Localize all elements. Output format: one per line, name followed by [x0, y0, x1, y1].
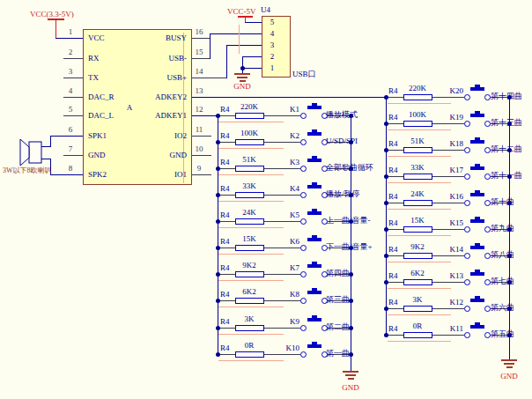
junction-dot	[216, 114, 220, 118]
ic-pin-name: USB+	[134, 73, 187, 82]
key-switch-terminal	[484, 147, 491, 153]
wire	[192, 174, 211, 175]
key-designator: K4	[273, 184, 299, 193]
wire	[63, 115, 83, 116]
key-switch-button-icon	[307, 132, 321, 136]
junction-dot	[216, 193, 220, 197]
resistor-body	[403, 226, 432, 233]
key-designator: K19	[437, 113, 463, 122]
wire	[239, 25, 240, 54]
trace-overlay-line	[388, 341, 451, 342]
trace-overlay-line	[218, 307, 284, 307]
key-designator: K16	[437, 192, 463, 201]
key-switch-button-icon	[475, 243, 480, 246]
junction-dot	[216, 299, 220, 303]
ic-pin-name: TX	[88, 73, 99, 82]
resistor-body	[403, 94, 432, 100]
key-switch-terminal	[300, 325, 307, 331]
wire	[245, 22, 262, 23]
resistor-body	[235, 192, 264, 198]
resistor-body	[403, 279, 432, 285]
key-designator: K1	[273, 105, 299, 114]
gnd-symbol-icon	[504, 363, 514, 365]
ic-pin-number: 7	[63, 144, 78, 153]
resistor-value: 33K	[232, 181, 267, 190]
key-switch-terminal	[484, 306, 491, 312]
wire	[63, 58, 83, 59]
ic-pin-name: IO2	[134, 131, 187, 140]
wire	[226, 45, 227, 78]
key-designator: K15	[437, 218, 463, 227]
resistor-body	[235, 351, 264, 358]
gnd-symbol-icon	[506, 366, 513, 368]
key-switch-button-icon	[470, 219, 484, 223]
trace-overlay-line	[218, 148, 284, 149]
speaker-icon	[18, 137, 44, 167]
usb-pin-number: 2	[264, 52, 280, 61]
key-function-label: 第十三曲	[491, 118, 522, 127]
key-switch-terminal	[464, 306, 470, 312]
resistor-ref: R4	[388, 324, 398, 333]
resistor-ref: R4	[388, 218, 398, 227]
wire	[210, 33, 262, 34]
resistor-value: 24K	[400, 189, 435, 198]
key-switch-terminal	[300, 113, 307, 119]
key-switch-terminal	[464, 332, 470, 338]
key-switch-button-icon	[312, 103, 317, 106]
resistor-value: 33K	[400, 163, 435, 172]
resistor-body	[403, 306, 432, 312]
junction-dot	[216, 219, 220, 224]
key-designator: K18	[437, 139, 463, 148]
key-designator: K5	[273, 211, 299, 219]
ic-pin-number: 16	[192, 27, 206, 36]
resistor-body	[403, 253, 432, 259]
ic-pin-number: 4	[63, 86, 78, 95]
key-switch-button-icon	[312, 182, 317, 185]
key-switch-button-icon	[307, 211, 321, 215]
trace-overlay-line	[388, 262, 451, 262]
key-switch-button-icon	[312, 262, 317, 264]
ic-pin-name: DAC_L	[88, 111, 114, 120]
key-designator: K12	[437, 298, 463, 307]
wire	[192, 78, 226, 78]
key-switch-button-icon	[312, 315, 317, 318]
junction-dot	[216, 166, 220, 171]
resistor-body	[235, 298, 264, 304]
key-switch-button-icon	[307, 106, 321, 109]
key-function-label: U/SD/SPI	[326, 137, 358, 145]
usb-connector-ref: U4	[261, 5, 270, 14]
junction-dot	[216, 246, 220, 250]
resistor-ref: R4	[220, 237, 230, 246]
ic-pin-number: 11	[192, 125, 206, 134]
resistor-body	[235, 139, 264, 145]
bank-left-gnd-label: GND	[337, 383, 364, 392]
junction-dot	[384, 148, 388, 152]
wire	[63, 97, 83, 98]
key-designator: K7	[273, 263, 299, 272]
junction-dot	[384, 227, 388, 232]
key-switch-button-icon	[312, 235, 317, 238]
key-switch-button-icon	[470, 166, 484, 170]
key-switch-button-icon	[475, 111, 480, 114]
key-switch-terminal	[464, 174, 470, 180]
resistor-ref: R4	[388, 298, 398, 307]
key-switch-button-icon	[475, 190, 480, 193]
resistor-body	[403, 147, 432, 153]
ic-pin-name: GND	[88, 151, 106, 159]
junction-dot	[384, 95, 388, 100]
resistor-ref: R4	[220, 263, 230, 272]
trace-overlay-line	[218, 201, 284, 202]
trace-overlay-line	[218, 280, 284, 281]
gnd-symbol-icon	[501, 359, 517, 361]
key-switch-button-icon	[475, 217, 480, 219]
main-ic-body	[83, 29, 192, 185]
key-switch-button-icon	[312, 342, 317, 344]
key-switch-terminal	[300, 271, 307, 277]
trace-overlay-line	[388, 182, 451, 183]
trace-overlay-line	[388, 314, 451, 315]
usb-pin-number: 1	[264, 63, 280, 72]
ic-pin-number: 6	[63, 125, 78, 134]
gnd-symbol-icon	[234, 73, 250, 75]
ic-pin-name: SPK2	[88, 170, 107, 179]
resistor-value: 3K	[400, 295, 435, 304]
